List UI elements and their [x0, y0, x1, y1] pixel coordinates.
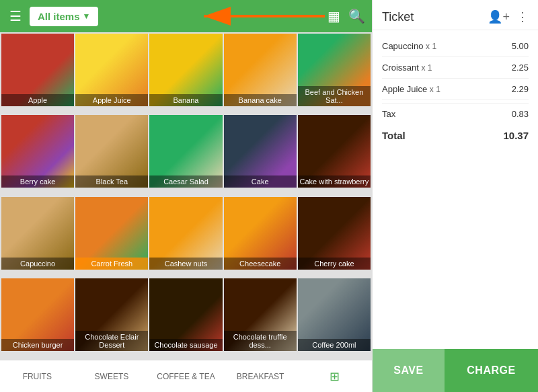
- grid-item-choc-eclair[interactable]: Chocolate Eclair Dessert: [75, 278, 148, 351]
- ticket-item-price: 5.00: [512, 41, 529, 51]
- grid-item-label-berry-cake: Berry cake: [1, 175, 74, 188]
- grid-item-cheesecake[interactable]: Cheesecake: [224, 197, 297, 270]
- total-value: 10.37: [503, 130, 529, 141]
- grid-item-label-coffee: Coffee 200ml: [298, 339, 371, 351]
- grid-item-label-banana-cake: Banana cake: [224, 94, 297, 106]
- grid-item-label-capuccino: Capuccino: [1, 258, 74, 270]
- ticket-icons: 👤+ ⋮: [488, 9, 529, 24]
- grid-item-capuccino[interactable]: Capuccino: [1, 197, 74, 270]
- grid-item-banana[interactable]: Banana: [149, 34, 222, 106]
- save-button[interactable]: SAVE: [373, 349, 445, 392]
- header: ☰ All items ▼ ▦ 🔍: [0, 0, 372, 32]
- ticket-item-qty: x 1: [426, 42, 436, 51]
- grid-item-label-choc-eclair: Chocolate Eclair Dessert: [75, 331, 148, 351]
- grid-item-caesar-salad[interactable]: Caesar Salad: [149, 115, 222, 188]
- grid-item-label-carrot: Carrot Fresh: [75, 258, 148, 270]
- grid-item-label-banana: Banana: [149, 94, 222, 106]
- product-grid: AppleApple JuiceBananaBanana cakeBeef an…: [0, 32, 372, 360]
- grid-view-icon: ⊞: [330, 369, 340, 384]
- ticket-items: Capuccino x 15.00Croissant x 12.25Apple …: [373, 30, 538, 349]
- right-panel: Ticket 👤+ ⋮ Capuccino x 15.00Croissant x…: [372, 0, 538, 392]
- ticket-item-price: 2.29: [512, 84, 529, 94]
- grid-item-cake[interactable]: Cake: [224, 115, 297, 188]
- ticket-item-qty: x 1: [430, 85, 440, 94]
- ticket-row: Apple Juice x 12.29: [382, 79, 529, 100]
- grid-item-label-cake-strawberry: Cake with strawberry: [298, 175, 371, 188]
- nav-item-grid[interactable]: ⊞: [297, 360, 372, 392]
- grid-item-label-chicken: Chicken burger: [1, 339, 74, 351]
- hamburger-icon[interactable]: ☰: [7, 5, 24, 27]
- grid-item-choc-sausage[interactable]: Chocolate sausage: [149, 278, 222, 351]
- grid-item-apple-juice[interactable]: Apple Juice: [75, 34, 148, 106]
- ticket-item-qty: x 1: [422, 63, 432, 73]
- nav-item-coffee-tea[interactable]: COFFEE & TEA: [149, 360, 223, 392]
- grid-item-berry-cake[interactable]: Berry cake: [1, 115, 74, 188]
- more-options-icon[interactable]: ⋮: [516, 9, 529, 24]
- ticket-item-name: Croissant x 1: [382, 63, 432, 73]
- ticket-row: Croissant x 12.25: [382, 57, 529, 79]
- bottom-nav: FRUITSSWEETSCOFFEE & TEABREAKFAST⊞: [0, 360, 372, 392]
- ticket-row: Capuccino x 15.00: [382, 36, 529, 57]
- grid-item-cherry-cake[interactable]: Cherry cake: [298, 197, 371, 270]
- grid-item-apple[interactable]: Apple: [1, 34, 74, 106]
- tax-value: 0.83: [512, 109, 529, 119]
- nav-item-breakfast[interactable]: BREAKFAST: [223, 360, 298, 392]
- tax-row: Tax0.83: [382, 103, 529, 124]
- grid-item-label-cake: Cake: [224, 175, 297, 188]
- grid-item-banana-cake[interactable]: Banana cake: [224, 34, 297, 106]
- grid-item-label-beef-chicken: Beef and Chicken Sat...: [298, 86, 371, 106]
- grid-item-label-cashew: Cashew nuts: [149, 258, 222, 270]
- nav-item-fruits[interactable]: FRUITS: [0, 360, 75, 392]
- header-right: ▦ 🔍: [328, 8, 365, 24]
- total-label: Total: [382, 130, 406, 141]
- search-icon[interactable]: 🔍: [348, 8, 365, 24]
- all-items-button[interactable]: All items ▼: [30, 7, 98, 26]
- grid-item-cake-strawberry[interactable]: Cake with strawberry: [298, 115, 371, 188]
- grid-item-label-choc-sausage: Chocolate sausage: [149, 339, 222, 351]
- left-panel: ☰ All items ▼ ▦ 🔍 AppleApple JuiceBanana…: [0, 0, 372, 392]
- grid-item-label-cherry-cake: Cherry cake: [298, 258, 371, 270]
- grid-item-chicken[interactable]: Chicken burger: [1, 278, 74, 351]
- grid-item-label-apple-juice: Apple Juice: [75, 94, 148, 106]
- add-person-icon[interactable]: 👤+: [488, 9, 510, 24]
- grid-item-black-tea[interactable]: Black Tea: [75, 115, 148, 188]
- ticket-item-price: 2.25: [512, 63, 529, 73]
- grid-item-label-choc-truffle: Chocolate truffle dess...: [224, 331, 297, 351]
- ticket-header: Ticket 👤+ ⋮: [373, 0, 538, 30]
- grid-item-choc-truffle[interactable]: Chocolate truffle dess...: [224, 278, 297, 351]
- grid-item-label-caesar-salad: Caesar Salad: [149, 175, 222, 188]
- grid-item-beef-chicken[interactable]: Beef and Chicken Sat...: [298, 34, 371, 106]
- orange-arrow-icon: [197, 5, 332, 27]
- grid-item-carrot[interactable]: Carrot Fresh: [75, 197, 148, 270]
- grid-item-label-cheesecake: Cheesecake: [224, 258, 297, 270]
- grid-item-cashew[interactable]: Cashew nuts: [149, 197, 222, 270]
- charge-button[interactable]: CHARGE: [445, 349, 538, 392]
- dropdown-arrow-icon: ▼: [83, 11, 91, 21]
- total-row: Total10.37: [382, 124, 529, 147]
- grid-item-label-apple: Apple: [1, 94, 74, 106]
- ticket-item-name: Capuccino x 1: [382, 41, 436, 51]
- tax-label: Tax: [382, 109, 395, 119]
- grid-item-coffee[interactable]: Coffee 200ml: [298, 278, 371, 351]
- ticket-title: Ticket: [382, 10, 414, 24]
- grid-item-label-black-tea: Black Tea: [75, 175, 148, 188]
- nav-item-sweets[interactable]: SWEETS: [75, 360, 149, 392]
- ticket-actions: SAVE CHARGE: [373, 349, 538, 392]
- all-items-label: All items: [38, 11, 80, 22]
- ticket-item-name: Apple Juice x 1: [382, 84, 440, 94]
